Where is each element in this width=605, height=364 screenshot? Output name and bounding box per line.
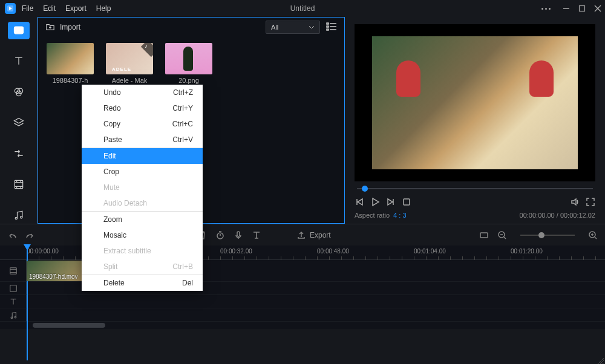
play-icon[interactable]: [370, 197, 380, 207]
ctx-item-audio-detach: Audio Detach: [82, 195, 203, 211]
window-title: Untitled: [290, 4, 315, 13]
prev-frame-icon[interactable]: [355, 197, 364, 207]
media-item-label: 19884307-h: [47, 77, 94, 84]
mic-icon[interactable]: [234, 230, 243, 240]
svg-point-18: [15, 217, 17, 219]
filter-value: All: [271, 24, 278, 31]
svg-rect-33: [237, 232, 240, 236]
resize-grip[interactable]: [597, 356, 604, 363]
fullscreen-icon[interactable]: [586, 197, 595, 207]
context-menu: UndoCtrl+ZRedoCtrl+YCopyCtrl+CPasteCtrl+…: [82, 85, 203, 291]
media-item[interactable]: ADELE Adele - Mak: [106, 43, 153, 84]
media-item-label: Adele - Mak: [106, 77, 153, 84]
tool-overlays[interactable]: [8, 114, 30, 132]
preview-controls: [355, 196, 595, 208]
ctx-item-zoom[interactable]: Zoom: [82, 212, 203, 227]
export-label: Export: [310, 231, 331, 239]
media-item-label: 20.png: [165, 77, 212, 84]
minimize-icon[interactable]: [563, 5, 570, 12]
track-head-text[interactable]: [0, 295, 27, 308]
stop-icon[interactable]: [402, 197, 411, 207]
svg-rect-45: [10, 285, 16, 291]
menu-file[interactable]: File: [22, 4, 33, 13]
menu-export[interactable]: Export: [65, 4, 87, 13]
export-button[interactable]: Export: [296, 230, 331, 240]
scrub-handle[interactable]: [362, 186, 368, 192]
svg-marker-26: [373, 198, 379, 206]
media-thumbnails: 19884307-h ADELE Adele - Mak 20.png: [38, 37, 344, 90]
ctx-item-copy[interactable]: CopyCtrl+C: [82, 116, 203, 132]
import-icon: [45, 23, 55, 31]
svg-line-36: [504, 237, 506, 239]
tool-media[interactable]: [8, 22, 30, 39]
import-button[interactable]: Import: [45, 23, 80, 31]
svg-point-19: [20, 216, 22, 218]
text-track[interactable]: [0, 295, 605, 308]
svg-point-47: [15, 316, 16, 318]
preview-video[interactable]: [355, 24, 595, 181]
preview-frame: [372, 36, 578, 169]
ctx-item-mosaic[interactable]: Mosaic: [82, 227, 203, 243]
undo-icon[interactable]: [7, 230, 17, 240]
import-label: Import: [60, 23, 80, 31]
app-logo: [5, 3, 16, 14]
track-head-video[interactable]: [0, 260, 27, 281]
zoom-slider[interactable]: [520, 235, 575, 236]
fit-icon[interactable]: [479, 230, 489, 240]
tool-filters[interactable]: [8, 83, 30, 101]
ruler-tick: 00:00:32.00: [220, 248, 252, 255]
svg-line-39: [595, 237, 597, 239]
svg-rect-24: [327, 26, 329, 27]
zoom-out-icon[interactable]: [497, 230, 507, 240]
music-badge-icon: [141, 43, 153, 57]
ctx-item-edit[interactable]: Edit: [82, 148, 203, 164]
view-toggle[interactable]: [326, 22, 337, 33]
tool-music[interactable]: [8, 206, 30, 224]
text-icon[interactable]: [252, 230, 261, 240]
ctx-item-crop[interactable]: Crop: [82, 164, 203, 180]
media-item[interactable]: 20.png: [165, 43, 212, 84]
ctx-item-paste[interactable]: PasteCtrl+V: [82, 132, 203, 148]
svg-rect-42: [10, 267, 16, 274]
maximize-icon[interactable]: [578, 5, 586, 12]
volume-icon[interactable]: [570, 197, 580, 207]
time-display: 00:00:00.00 / 00:00:12.02: [520, 212, 595, 219]
export-icon: [296, 230, 306, 240]
preview-scrubber[interactable]: [355, 181, 595, 196]
tool-text[interactable]: [8, 53, 30, 70]
redo-icon[interactable]: [25, 230, 35, 240]
ctx-item-redo[interactable]: RedoCtrl+Y: [82, 100, 203, 116]
next-frame-icon[interactable]: [386, 197, 396, 207]
ctx-item-split: SplitCtrl+B: [82, 259, 203, 275]
track-head-audio[interactable]: [0, 308, 27, 321]
ctx-item-undo[interactable]: UndoCtrl+Z: [82, 85, 203, 100]
filter-dropdown[interactable]: All: [266, 21, 320, 34]
scrollbar-thumb[interactable]: [33, 323, 105, 328]
menu-help[interactable]: Help: [96, 4, 111, 13]
zoom-in-icon[interactable]: [588, 230, 598, 240]
audio-track[interactable]: [0, 308, 605, 322]
more-icon[interactable]: [541, 8, 551, 10]
ctx-item-delete[interactable]: DeleteDel: [82, 275, 203, 291]
menu-edit[interactable]: Edit: [43, 4, 56, 13]
clip-label: 19884307-hd.mov: [29, 273, 78, 280]
preview-info: Aspect ratio4 : 3 00:00:00.00 / 00:00:12…: [355, 208, 595, 219]
tool-transitions[interactable]: [8, 145, 30, 162]
timeline-scrollbar[interactable]: [0, 322, 605, 329]
svg-rect-3: [580, 6, 585, 11]
svg-rect-11: [15, 180, 22, 188]
preview-panel: Aspect ratio4 : 3 00:00:00.00 / 00:00:12…: [345, 17, 605, 224]
titlebar: File Edit Export Help Untitled: [0, 0, 605, 17]
svg-point-46: [11, 317, 13, 319]
track-head-video2[interactable]: [0, 282, 27, 294]
timer-icon[interactable]: [215, 230, 225, 240]
tool-elements[interactable]: [8, 175, 30, 193]
chevron-down-icon: [309, 25, 315, 29]
ruler-tick: 00:01:04.00: [414, 248, 446, 255]
ctx-item-mute: Mute: [82, 180, 203, 195]
svg-rect-27: [404, 199, 410, 205]
left-toolbar: [0, 17, 38, 224]
close-icon[interactable]: [594, 5, 601, 12]
media-item[interactable]: 19884307-h: [47, 43, 94, 84]
menu-bar: File Edit Export Help: [22, 4, 111, 13]
